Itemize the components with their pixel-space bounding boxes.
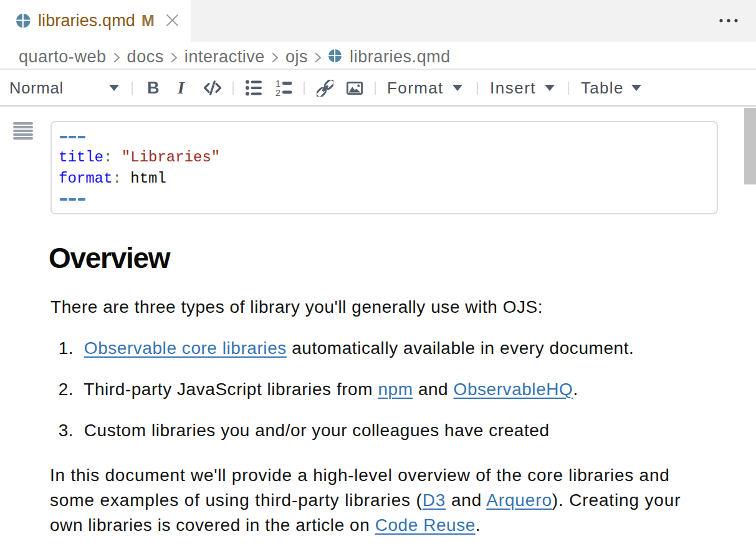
svg-text:2: 2 bbox=[275, 88, 280, 97]
svg-text:1: 1 bbox=[275, 79, 280, 88]
